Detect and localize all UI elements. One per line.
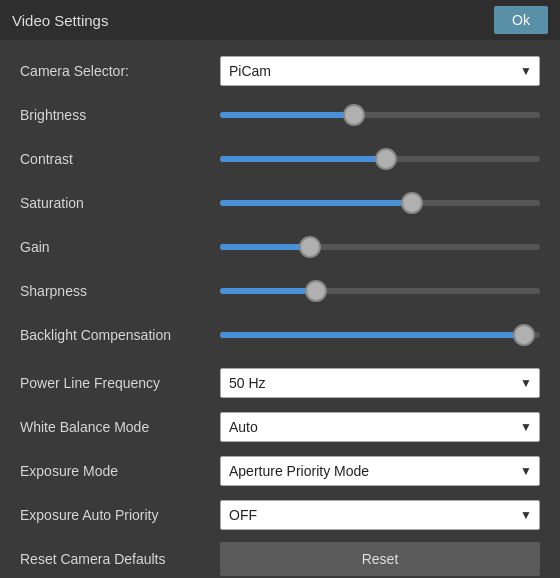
saturation-track[interactable] (220, 200, 540, 206)
gain-slider-container (220, 244, 540, 250)
reset-label: Reset Camera Defaults (20, 551, 220, 567)
backlight-slider-container (220, 332, 540, 338)
exposure-mode-label: Exposure Mode (20, 463, 220, 479)
window-title: Video Settings (12, 12, 108, 29)
white-balance-select[interactable]: Auto Manual Incandescent Fluorescent Day… (220, 412, 540, 442)
saturation-thumb[interactable] (401, 192, 423, 214)
saturation-row: Saturation (20, 186, 540, 220)
saturation-label: Saturation (20, 195, 220, 211)
power-line-control: 50 Hz 60 Hz Disabled ▼ (220, 368, 540, 398)
power-line-label: Power Line Frequency (20, 375, 220, 391)
camera-selector-label: Camera Selector: (20, 63, 220, 79)
exposure-auto-priority-control: OFF ON ▼ (220, 500, 540, 530)
gain-label: Gain (20, 239, 220, 255)
brightness-row: Brightness (20, 98, 540, 132)
contrast-track[interactable] (220, 156, 540, 162)
sharpness-label: Sharpness (20, 283, 220, 299)
white-balance-label: White Balance Mode (20, 419, 220, 435)
exposure-auto-priority-select[interactable]: OFF ON (220, 500, 540, 530)
white-balance-control: Auto Manual Incandescent Fluorescent Day… (220, 412, 540, 442)
brightness-track[interactable] (220, 112, 540, 118)
camera-selector-row: Camera Selector: PiCam USB Camera IP Cam… (20, 54, 540, 88)
settings-content: Camera Selector: PiCam USB Camera IP Cam… (0, 40, 560, 578)
brightness-label: Brightness (20, 107, 220, 123)
title-bar: Video Settings Ok (0, 0, 560, 40)
sharpness-fill (220, 288, 316, 294)
gain-track[interactable] (220, 244, 540, 250)
reset-row: Reset Camera Defaults Reset (20, 542, 540, 576)
brightness-slider-container (220, 112, 540, 118)
exposure-auto-priority-label: Exposure Auto Priority (20, 507, 220, 523)
camera-selector-control: PiCam USB Camera IP Camera ▼ (220, 56, 540, 86)
brightness-fill (220, 112, 354, 118)
white-balance-row: White Balance Mode Auto Manual Incandesc… (20, 410, 540, 444)
backlight-row: Backlight Compensation (20, 318, 540, 352)
camera-selector-select[interactable]: PiCam USB Camera IP Camera (220, 56, 540, 86)
backlight-thumb[interactable] (513, 324, 535, 346)
backlight-track[interactable] (220, 332, 540, 338)
reset-control: Reset (220, 542, 540, 576)
sharpness-thumb[interactable] (305, 280, 327, 302)
backlight-label: Backlight Compensation (20, 327, 220, 343)
sharpness-row: Sharpness (20, 274, 540, 308)
contrast-slider-container (220, 156, 540, 162)
saturation-slider-container (220, 200, 540, 206)
gain-row: Gain (20, 230, 540, 264)
reset-button[interactable]: Reset (220, 542, 540, 576)
ok-button[interactable]: Ok (494, 6, 548, 34)
gain-fill (220, 244, 310, 250)
sharpness-track[interactable] (220, 288, 540, 294)
backlight-fill (220, 332, 524, 338)
saturation-fill (220, 200, 412, 206)
exposure-auto-priority-row: Exposure Auto Priority OFF ON ▼ (20, 498, 540, 532)
exposure-mode-row: Exposure Mode Aperture Priority Mode Man… (20, 454, 540, 488)
contrast-thumb[interactable] (375, 148, 397, 170)
contrast-label: Contrast (20, 151, 220, 167)
sharpness-slider-container (220, 288, 540, 294)
contrast-fill (220, 156, 386, 162)
brightness-thumb[interactable] (343, 104, 365, 126)
exposure-mode-select[interactable]: Aperture Priority Mode Manual Auto Shutt… (220, 456, 540, 486)
contrast-row: Contrast (20, 142, 540, 176)
gain-thumb[interactable] (299, 236, 321, 258)
exposure-mode-control: Aperture Priority Mode Manual Auto Shutt… (220, 456, 540, 486)
power-line-row: Power Line Frequency 50 Hz 60 Hz Disable… (20, 366, 540, 400)
power-line-select[interactable]: 50 Hz 60 Hz Disabled (220, 368, 540, 398)
